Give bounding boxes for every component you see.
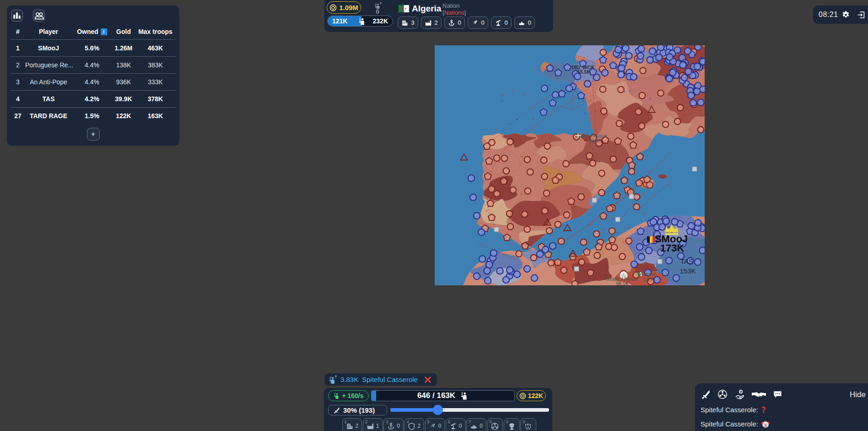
build-count: 2: [417, 423, 421, 429]
city-marker: [524, 226, 530, 233]
city-marker: [626, 238, 632, 244]
cell-owned: 4.4%: [72, 74, 112, 91]
city-marker: [494, 191, 500, 197]
city-marker: [510, 187, 516, 193]
structure-counter-port[interactable]: 0: [444, 16, 465, 29]
game-map[interactable]: DIG_BICK55.5KThe Basque163KSMooJ173KTAS1…: [435, 45, 705, 285]
city-marker: [598, 170, 605, 177]
cell-owned: 1.5%: [72, 108, 112, 125]
city-marker: [600, 49, 606, 56]
boat-marker: [688, 92, 694, 98]
leaderboard-row[interactable]: 27TARD RAGE1.5%122K163K: [11, 108, 176, 125]
boat-marker: [524, 266, 530, 272]
handshake-emote-icon[interactable]: [752, 391, 766, 398]
attack-troops-icon: [328, 375, 337, 384]
build-button-city[interactable]: 12: [342, 418, 362, 431]
city-marker: [663, 121, 669, 128]
player-name: Algeria: [412, 4, 441, 14]
city-marker: [546, 228, 553, 234]
build-button-atom-bomb[interactable]: 8: [487, 418, 503, 431]
leaderboard-tab-button[interactable]: [11, 10, 23, 22]
build-button-mirv[interactable]: 0: [520, 418, 536, 431]
city-marker: [578, 194, 584, 200]
hide-chat-button[interactable]: Hide: [850, 390, 866, 399]
question-emote: ?: [761, 405, 766, 415]
slider-knob[interactable]: [433, 405, 443, 415]
boat-marker: [662, 269, 669, 276]
city-marker: [581, 239, 587, 246]
build-button-shield[interactable]: 42: [404, 418, 424, 431]
leaderboard-row[interactable]: 2Portuguese Re...4.4%138K383K: [11, 57, 176, 74]
cell-player: SMooJ: [25, 40, 72, 57]
structure-count: 3: [411, 19, 414, 26]
boat-marker: [474, 213, 480, 219]
col-max-troops[interactable]: Max troops: [135, 24, 176, 40]
boat-marker: [631, 74, 637, 80]
boat-marker: [656, 54, 662, 60]
build-button-port[interactable]: 30: [383, 418, 404, 431]
boat-marker: [646, 247, 652, 254]
attack-ratio-value: 30% (193): [343, 406, 375, 414]
troop-rate-pill: + 160/s: [328, 390, 369, 401]
boat-marker: [618, 71, 624, 78]
build-button-factory[interactable]: 21: [363, 418, 383, 431]
boat-marker: [479, 256, 485, 262]
city-marker: [524, 157, 531, 163]
city-marker: [579, 259, 585, 265]
sword-emote-icon[interactable]: [701, 389, 711, 399]
team-stats-tab-button[interactable]: [33, 10, 45, 22]
boat-marker: [486, 262, 492, 268]
build-button-warship[interactable]: 70: [466, 418, 486, 431]
exit-game-icon[interactable]: [857, 11, 865, 19]
city-marker: [507, 211, 513, 217]
col-gold[interactable]: Gold: [112, 24, 135, 40]
cell-max-troops: 333K: [135, 74, 176, 91]
structure-count: 0: [481, 19, 484, 26]
build-button-sam-launcher[interactable]: 60: [446, 418, 466, 431]
leaderboard-row[interactable]: 3An Anti-Pope4.4%936K333K: [11, 74, 176, 91]
attack-ratio-box[interactable]: 30% (193): [328, 405, 387, 415]
chat-bubble-icon[interactable]: [773, 390, 782, 399]
col-owned[interactable]: Ownedi: [72, 24, 112, 40]
build-menu: 12213042506070890: [324, 418, 552, 431]
radiation-emote-icon[interactable]: [717, 389, 728, 399]
col-rank[interactable]: #: [11, 24, 25, 40]
city-marker: [619, 253, 625, 260]
leaderboard-row[interactable]: 1SMooJ5.6%1.26M463K: [11, 40, 176, 57]
build-count: 1: [376, 423, 379, 429]
boat-marker: [625, 53, 632, 59]
boat-marker: [697, 99, 704, 105]
col-player[interactable]: Player: [25, 24, 72, 40]
city-marker: [600, 86, 606, 93]
structure-marker: [615, 217, 620, 222]
leaderboard-expand-button[interactable]: +: [87, 128, 100, 141]
soldier-icon: [358, 17, 366, 26]
build-button-hydrogen-bomb[interactable]: 9: [504, 418, 520, 431]
attack-ratio-slider[interactable]: [390, 405, 549, 415]
structure-counter-warship[interactable]: 0: [514, 16, 535, 29]
map-player-name: Algeria: [640, 271, 656, 277]
city-marker: [593, 231, 600, 237]
troop-delta-indicator: 0: [370, 2, 385, 15]
donate-emote-icon[interactable]: [734, 389, 745, 399]
boat-marker: [537, 251, 543, 257]
cell-gold: 1.26M: [112, 40, 135, 57]
player-type-label: Nation: [442, 2, 460, 9]
structure-counter-sam-launcher[interactable]: 0: [491, 16, 512, 29]
cancel-attack-icon[interactable]: [424, 376, 431, 383]
boat-marker: [679, 62, 686, 68]
structure-counter-factory[interactable]: 2: [421, 16, 442, 29]
build-button-missile-silo[interactable]: 50: [425, 418, 445, 431]
troop-delta-value: 0: [370, 8, 385, 15]
settings-gear-icon[interactable]: [841, 11, 850, 19]
structure-marker: [692, 167, 697, 171]
structure-counter-city[interactable]: 3: [398, 16, 418, 29]
leaderboard-row[interactable]: 4TAS4.2%39.9K378K: [11, 91, 176, 108]
gold-amount-pill: 1.09M: [327, 1, 361, 14]
cell-gold: 39.9K: [112, 91, 135, 108]
troop-count-label: 646 / 163K: [417, 391, 455, 400]
owned-info-icon[interactable]: i: [101, 28, 107, 35]
structure-counter-missile-silo[interactable]: 0: [468, 16, 488, 29]
structure-marker: [629, 194, 634, 199]
boat-marker: [514, 271, 520, 278]
